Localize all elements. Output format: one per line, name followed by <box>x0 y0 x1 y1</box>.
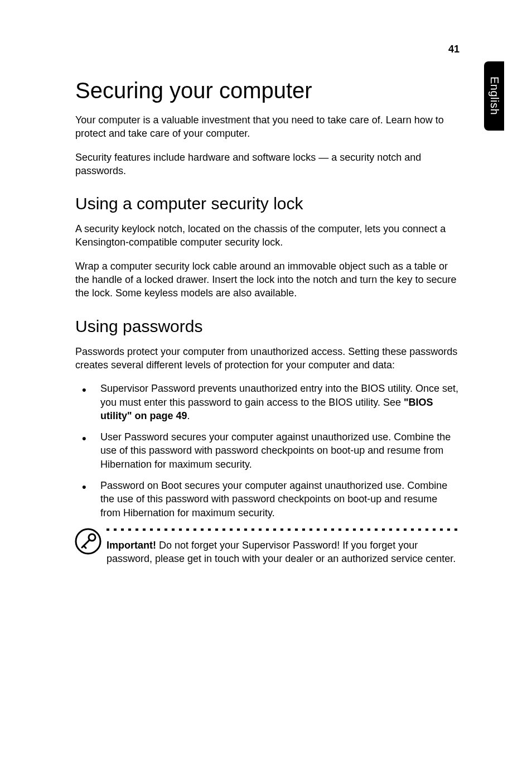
security-lock-paragraph-2: Wrap a computer security lock cable arou… <box>75 260 460 300</box>
language-tab: English <box>484 61 504 131</box>
password-types-list: Supervisor Password prevents unauthorize… <box>75 382 460 520</box>
page-title: Securing your computer <box>75 78 460 103</box>
callout-text: Important! Do not forget your Supervisor… <box>107 539 460 566</box>
key-icon <box>74 527 102 555</box>
bullet-text: Password on Boot secures your computer a… <box>100 480 447 518</box>
important-callout: Important! Do not forget your Supervisor… <box>75 527 460 566</box>
section-heading-security-lock: Using a computer security lock <box>75 194 460 213</box>
bullet-text: User Password secures your computer agai… <box>100 431 451 470</box>
callout-body-text: Do not forget your Supervisor Password! … <box>107 540 456 564</box>
important-label: Important! <box>107 540 156 551</box>
page-number: 41 <box>448 44 460 55</box>
page-content: Securing your computer Your computer is … <box>0 0 532 566</box>
list-item: User Password secures your computer agai… <box>75 430 460 471</box>
bullet-text-after-link: . <box>187 410 190 421</box>
callout-content: Important! Do not forget your Supervisor… <box>107 527 460 566</box>
section-heading-passwords: Using passwords <box>75 317 460 336</box>
language-tab-label: English <box>488 76 501 115</box>
intro-paragraph-2: Security features include hardware and s… <box>75 151 460 178</box>
svg-line-3 <box>84 546 86 548</box>
security-lock-paragraph-1: A security keylock notch, located on the… <box>75 222 460 249</box>
list-item: Password on Boot secures your computer a… <box>75 479 460 520</box>
intro-paragraph-1: Your computer is a valuable investment t… <box>75 113 460 141</box>
dotted-divider <box>107 528 460 531</box>
list-item: Supervisor Password prevents unauthorize… <box>75 382 460 422</box>
passwords-intro-paragraph: Passwords protect your computer from una… <box>75 345 460 372</box>
